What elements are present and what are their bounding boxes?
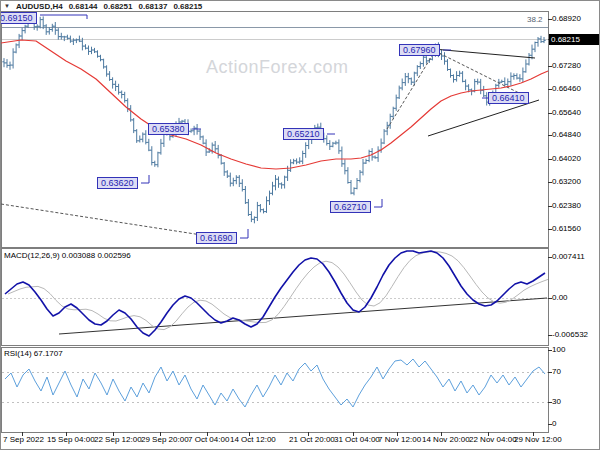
dashed-trendline-2 xyxy=(435,51,525,96)
watermark: ActionForex.com xyxy=(206,57,349,78)
swing-price-label-3[interactable]: 0.65380 xyxy=(148,123,189,135)
time-axis-label-9: 14 Nov 20:00 xyxy=(422,435,470,445)
price-axis-label-1: 0.67280 xyxy=(552,61,581,71)
time-axis-label-1: 15 Sep 04:00 xyxy=(47,435,95,445)
rsi-indicator-title: RSI(14) 67.1707 xyxy=(4,349,63,358)
rsi-panel-border xyxy=(2,348,549,433)
swing-price-label-2[interactable]: 0.66410 xyxy=(488,92,529,104)
ohlc-low: 0.68137 xyxy=(138,2,167,11)
chart-window: ▼ AUDUSD,H4 0.68144 0.68251 0.68137 0.68… xyxy=(0,0,600,450)
time-axis-label-3: 29 Sep 20:00 xyxy=(141,435,189,445)
swing-label-connector-6 xyxy=(374,199,382,207)
time-axis-label-6: 21 Oct 20:00 xyxy=(289,435,335,445)
symbol-dropdown-icon[interactable]: ▼ xyxy=(4,3,10,9)
price-axis-label-7: 0.62380 xyxy=(552,201,581,211)
swing-label-connector-5 xyxy=(141,175,149,183)
price-axis-label-2: 0.66460 xyxy=(552,84,581,94)
price-axis-label-6: 0.63200 xyxy=(552,177,581,187)
macd-indicator-title: MACD(12,26,9) 0.003088 0.002596 xyxy=(4,251,131,260)
rsi-axis-label-0: 100 xyxy=(552,345,565,355)
symbol-period-label: AUDUSD,H4 xyxy=(16,2,63,11)
swing-price-label-6[interactable]: 0.62710 xyxy=(330,201,371,213)
rsi-axis-label-3: 0 xyxy=(552,419,556,429)
price-axis-label-5: 0.64020 xyxy=(552,154,581,164)
price-axis-label-0: 0.68920 xyxy=(552,14,581,24)
time-axis-label-11: 29 Nov 12:00 xyxy=(514,435,562,445)
solid-trendline-4 xyxy=(428,100,539,136)
swing-price-label-0[interactable]: 0.69150 xyxy=(0,12,37,24)
swing-price-label-1[interactable]: 0.67960 xyxy=(399,44,440,56)
time-axis-label-8: 7 Nov 12:00 xyxy=(378,435,421,445)
ohlc-open: 0.68144 xyxy=(69,2,98,11)
ohlc-close: 0.68215 xyxy=(173,2,202,11)
swing-label-connector-7 xyxy=(240,229,248,238)
swing-price-label-4[interactable]: 0.65210 xyxy=(283,128,324,140)
price-axis-label-8: 0.61560 xyxy=(552,224,581,234)
rsi-axis-label-1: 70 xyxy=(552,367,561,377)
swing-price-label-5[interactable]: 0.63620 xyxy=(97,177,138,189)
time-axis-label-10: 22 Nov 04:00 xyxy=(469,435,517,445)
price-bars xyxy=(2,14,545,224)
ohlc-high: 0.68251 xyxy=(104,2,133,11)
time-axis-label-2: 22 Sep 12:00 xyxy=(94,435,142,445)
chart-header: ▼ AUDUSD,H4 0.68144 0.68251 0.68137 0.68… xyxy=(1,1,552,11)
main-panel-border xyxy=(2,12,549,248)
time-axis-label-5: 14 Oct 12:00 xyxy=(230,435,276,445)
rsi-line xyxy=(5,359,545,407)
price-axis-label-3: 0.65640 xyxy=(552,108,581,118)
macd-axis-label-1: 0.00 xyxy=(552,293,568,303)
time-axis-label-0: 7 Sep 2022 xyxy=(3,435,44,445)
current-price-box: 0.68215 xyxy=(549,34,600,45)
price-axis-label-4: 0.64840 xyxy=(552,130,581,140)
swing-price-label-7[interactable]: 0.61690 xyxy=(196,232,237,244)
time-axis-label-4: 7 Oct 04:00 xyxy=(188,435,229,445)
macd-axis-label-0: 0.007411 xyxy=(552,252,585,262)
rsi-axis-label-2: 30 xyxy=(552,397,561,407)
swing-label-connector-0 xyxy=(40,15,87,19)
time-axis-label-7: 31 Oct 04:00 xyxy=(334,435,380,445)
macd-axis-label-2: -0.006532 xyxy=(552,330,588,340)
macd-main-line xyxy=(5,251,545,336)
fib-38.2-label[interactable]: 38.2 xyxy=(527,15,543,24)
dashed-trendline-1 xyxy=(387,51,435,129)
